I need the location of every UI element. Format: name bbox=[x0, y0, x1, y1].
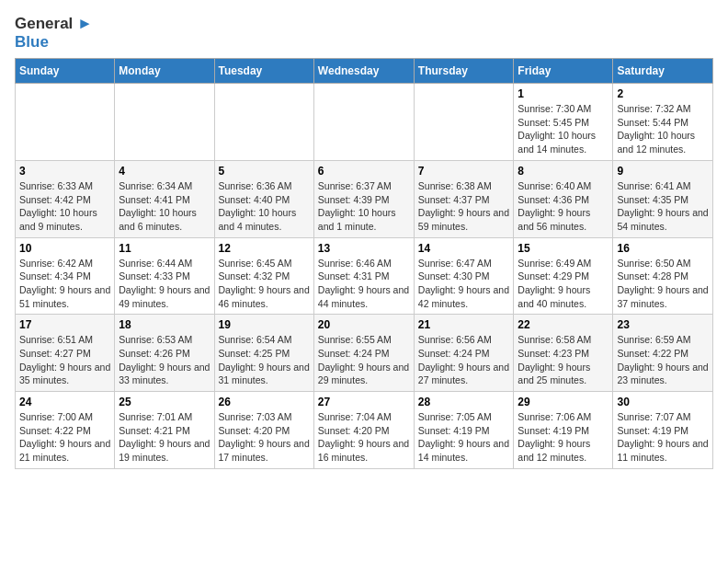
day-number: 9 bbox=[617, 165, 709, 178]
header: General ► Blue bbox=[15, 15, 713, 51]
day-info: Sunrise: 6:42 AM Sunset: 4:34 PM Dayligh… bbox=[19, 257, 110, 311]
calendar-cell: 28Sunrise: 7:05 AM Sunset: 4:19 PM Dayli… bbox=[414, 392, 514, 469]
calendar-cell: 12Sunrise: 6:45 AM Sunset: 4:32 PM Dayli… bbox=[214, 237, 313, 315]
calendar-cell: 6Sunrise: 6:37 AM Sunset: 4:39 PM Daylig… bbox=[313, 160, 414, 237]
day-info: Sunrise: 6:49 AM Sunset: 4:29 PM Dayligh… bbox=[518, 257, 609, 311]
day-info: Sunrise: 6:44 AM Sunset: 4:33 PM Dayligh… bbox=[119, 257, 210, 311]
day-number: 16 bbox=[617, 242, 709, 255]
calendar-cell: 5Sunrise: 6:36 AM Sunset: 4:40 PM Daylig… bbox=[214, 160, 313, 237]
day-number: 7 bbox=[418, 165, 510, 178]
day-number: 14 bbox=[418, 242, 510, 255]
day-info: Sunrise: 6:36 AM Sunset: 4:40 PM Dayligh… bbox=[219, 179, 310, 234]
calendar-cell: 14Sunrise: 6:47 AM Sunset: 4:30 PM Dayli… bbox=[414, 237, 514, 315]
day-info: Sunrise: 6:41 AM Sunset: 4:35 PM Dayligh… bbox=[617, 179, 709, 234]
calendar-week-4: 17Sunrise: 6:51 AM Sunset: 4:27 PM Dayli… bbox=[16, 315, 713, 392]
day-info: Sunrise: 6:47 AM Sunset: 4:30 PM Dayligh… bbox=[418, 257, 510, 311]
calendar-cell: 3Sunrise: 6:33 AM Sunset: 4:42 PM Daylig… bbox=[16, 160, 115, 237]
calendar-header-wednesday: Wednesday bbox=[313, 59, 414, 84]
day-number: 17 bbox=[19, 318, 110, 331]
day-number: 12 bbox=[219, 242, 310, 255]
calendar-cell: 20Sunrise: 6:55 AM Sunset: 4:24 PM Dayli… bbox=[313, 315, 414, 392]
calendar-cell: 10Sunrise: 6:42 AM Sunset: 4:34 PM Dayli… bbox=[16, 237, 115, 315]
day-info: Sunrise: 6:40 AM Sunset: 4:36 PM Dayligh… bbox=[518, 179, 609, 234]
calendar-header-tuesday: Tuesday bbox=[214, 59, 313, 84]
calendar-cell: 19Sunrise: 6:54 AM Sunset: 4:25 PM Dayli… bbox=[214, 315, 313, 392]
calendar-cell bbox=[414, 84, 514, 161]
day-info: Sunrise: 7:32 AM Sunset: 5:44 PM Dayligh… bbox=[617, 102, 709, 156]
calendar-header-sunday: Sunday bbox=[16, 59, 115, 84]
calendar-cell: 30Sunrise: 7:07 AM Sunset: 4:19 PM Dayli… bbox=[613, 392, 713, 469]
day-number: 2 bbox=[617, 87, 709, 100]
calendar-cell bbox=[16, 84, 115, 161]
calendar-cell: 22Sunrise: 6:58 AM Sunset: 4:23 PM Dayli… bbox=[514, 315, 613, 392]
calendar-header-thursday: Thursday bbox=[414, 59, 514, 84]
day-number: 30 bbox=[617, 396, 709, 408]
calendar-cell: 26Sunrise: 7:03 AM Sunset: 4:20 PM Dayli… bbox=[214, 392, 313, 469]
day-number: 18 bbox=[119, 318, 210, 331]
calendar-cell: 16Sunrise: 6:50 AM Sunset: 4:28 PM Dayli… bbox=[613, 237, 713, 315]
day-info: Sunrise: 6:37 AM Sunset: 4:39 PM Dayligh… bbox=[318, 179, 410, 234]
day-number: 27 bbox=[318, 396, 410, 408]
day-info: Sunrise: 7:06 AM Sunset: 4:19 PM Dayligh… bbox=[518, 410, 609, 465]
calendar-header-saturday: Saturday bbox=[613, 59, 713, 84]
calendar-cell: 9Sunrise: 6:41 AM Sunset: 4:35 PM Daylig… bbox=[613, 160, 713, 237]
day-info: Sunrise: 6:56 AM Sunset: 4:24 PM Dayligh… bbox=[418, 333, 510, 387]
day-number: 25 bbox=[119, 396, 210, 408]
day-info: Sunrise: 6:53 AM Sunset: 4:26 PM Dayligh… bbox=[119, 333, 210, 387]
day-info: Sunrise: 7:00 AM Sunset: 4:22 PM Dayligh… bbox=[19, 410, 110, 465]
day-number: 4 bbox=[119, 165, 210, 178]
day-number: 8 bbox=[518, 165, 609, 178]
day-info: Sunrise: 6:54 AM Sunset: 4:25 PM Dayligh… bbox=[219, 333, 310, 387]
day-number: 23 bbox=[617, 318, 709, 331]
day-info: Sunrise: 6:51 AM Sunset: 4:27 PM Dayligh… bbox=[19, 333, 110, 387]
calendar-cell: 13Sunrise: 6:46 AM Sunset: 4:31 PM Dayli… bbox=[313, 237, 414, 315]
calendar-cell: 11Sunrise: 6:44 AM Sunset: 4:33 PM Dayli… bbox=[115, 237, 214, 315]
day-number: 28 bbox=[418, 396, 510, 408]
calendar-cell bbox=[313, 84, 414, 161]
day-info: Sunrise: 6:45 AM Sunset: 4:32 PM Dayligh… bbox=[219, 257, 310, 311]
day-info: Sunrise: 7:01 AM Sunset: 4:21 PM Dayligh… bbox=[119, 410, 210, 465]
calendar-body: 1Sunrise: 7:30 AM Sunset: 5:45 PM Daylig… bbox=[16, 84, 713, 469]
day-number: 13 bbox=[318, 242, 410, 255]
day-number: 29 bbox=[518, 396, 609, 408]
calendar-cell: 7Sunrise: 6:38 AM Sunset: 4:37 PM Daylig… bbox=[414, 160, 514, 237]
day-info: Sunrise: 6:46 AM Sunset: 4:31 PM Dayligh… bbox=[318, 257, 410, 311]
calendar-cell bbox=[115, 84, 214, 161]
calendar-cell: 1Sunrise: 7:30 AM Sunset: 5:45 PM Daylig… bbox=[514, 84, 613, 161]
day-info: Sunrise: 7:07 AM Sunset: 4:19 PM Dayligh… bbox=[617, 410, 709, 465]
day-number: 10 bbox=[19, 242, 110, 255]
logo: General ► Blue bbox=[15, 15, 93, 51]
calendar-cell: 24Sunrise: 7:00 AM Sunset: 4:22 PM Dayli… bbox=[16, 392, 115, 469]
calendar-week-5: 24Sunrise: 7:00 AM Sunset: 4:22 PM Dayli… bbox=[16, 392, 713, 469]
calendar-week-2: 3Sunrise: 6:33 AM Sunset: 4:42 PM Daylig… bbox=[16, 160, 713, 237]
calendar-cell: 29Sunrise: 7:06 AM Sunset: 4:19 PM Dayli… bbox=[514, 392, 613, 469]
calendar-cell: 25Sunrise: 7:01 AM Sunset: 4:21 PM Dayli… bbox=[115, 392, 214, 469]
calendar-cell: 23Sunrise: 6:59 AM Sunset: 4:22 PM Dayli… bbox=[613, 315, 713, 392]
calendar-cell: 15Sunrise: 6:49 AM Sunset: 4:29 PM Dayli… bbox=[514, 237, 613, 315]
logo-text: General ► Blue bbox=[15, 15, 93, 51]
calendar: SundayMondayTuesdayWednesdayThursdayFrid… bbox=[15, 58, 713, 469]
day-number: 22 bbox=[518, 318, 609, 331]
day-number: 21 bbox=[418, 318, 510, 331]
day-number: 6 bbox=[318, 165, 410, 178]
day-info: Sunrise: 7:03 AM Sunset: 4:20 PM Dayligh… bbox=[219, 410, 310, 465]
calendar-cell: 4Sunrise: 6:34 AM Sunset: 4:41 PM Daylig… bbox=[115, 160, 214, 237]
day-info: Sunrise: 6:59 AM Sunset: 4:22 PM Dayligh… bbox=[617, 333, 709, 387]
day-number: 24 bbox=[19, 396, 110, 408]
day-number: 1 bbox=[518, 87, 609, 100]
day-number: 5 bbox=[219, 165, 310, 178]
day-info: Sunrise: 6:55 AM Sunset: 4:24 PM Dayligh… bbox=[318, 333, 410, 387]
day-number: 19 bbox=[219, 318, 310, 331]
day-info: Sunrise: 7:05 AM Sunset: 4:19 PM Dayligh… bbox=[418, 410, 510, 465]
day-number: 3 bbox=[19, 165, 110, 178]
day-number: 15 bbox=[518, 242, 609, 255]
day-number: 11 bbox=[119, 242, 210, 255]
day-info: Sunrise: 6:33 AM Sunset: 4:42 PM Dayligh… bbox=[19, 179, 110, 234]
calendar-cell: 2Sunrise: 7:32 AM Sunset: 5:44 PM Daylig… bbox=[613, 84, 713, 161]
day-info: Sunrise: 6:58 AM Sunset: 4:23 PM Dayligh… bbox=[518, 333, 609, 387]
calendar-cell: 18Sunrise: 6:53 AM Sunset: 4:26 PM Dayli… bbox=[115, 315, 214, 392]
day-info: Sunrise: 7:30 AM Sunset: 5:45 PM Dayligh… bbox=[518, 102, 609, 156]
day-info: Sunrise: 6:38 AM Sunset: 4:37 PM Dayligh… bbox=[418, 179, 510, 234]
calendar-header-row: SundayMondayTuesdayWednesdayThursdayFrid… bbox=[16, 59, 713, 84]
calendar-week-3: 10Sunrise: 6:42 AM Sunset: 4:34 PM Dayli… bbox=[16, 237, 713, 315]
